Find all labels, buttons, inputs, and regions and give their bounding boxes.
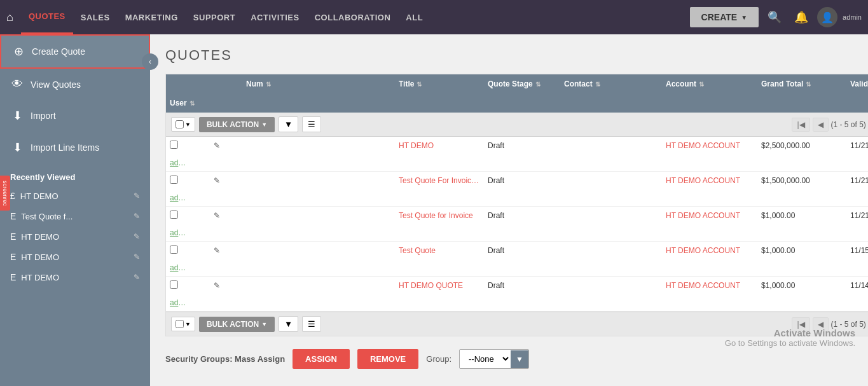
row-1-checkbox[interactable] bbox=[170, 176, 178, 184]
page-prev-top-button[interactable]: ◀ bbox=[813, 118, 829, 132]
sidebar-item-create-quote[interactable]: ⊕ Create Quote bbox=[0, 34, 150, 69]
sidebar-item-view-quotes[interactable]: 👁 View Quotes bbox=[0, 69, 150, 100]
nav-item-quotes[interactable]: QUOTES bbox=[21, 0, 73, 34]
select-all-checkbox-dropdown-bottom[interactable]: ▼ bbox=[171, 317, 195, 331]
select-all-checkbox-bottom[interactable] bbox=[176, 320, 184, 328]
row-2-quote-stage: Draft bbox=[484, 207, 560, 224]
notifications-icon[interactable]: 🔔 bbox=[790, 6, 812, 28]
rv-item-1[interactable]: E Test Quote f... ✎ bbox=[0, 206, 150, 226]
sidebar-item-import[interactable]: ⬇ Import bbox=[0, 100, 150, 132]
row-4-checkbox[interactable] bbox=[170, 280, 178, 289]
search-icon[interactable]: 🔍 bbox=[764, 6, 785, 28]
th-valid-until[interactable]: Valid Until ⇅ bbox=[846, 74, 868, 93]
row-0-user[interactable]: admin bbox=[166, 155, 191, 171]
th-grand-total[interactable]: Grand Total ⇅ bbox=[757, 74, 846, 93]
row-4-grand-total: $1,000.00 bbox=[757, 277, 846, 294]
columns-top-button[interactable]: ☰ bbox=[302, 116, 321, 132]
rv-edit-3[interactable]: ✎ bbox=[134, 252, 140, 261]
th-contact-sort-icon[interactable]: ⇅ bbox=[595, 81, 600, 88]
page-first-bottom-button[interactable]: |◀ bbox=[792, 317, 809, 331]
row-2-title[interactable]: Test Quote for Invoice bbox=[395, 207, 484, 224]
select-all-caret[interactable]: ▼ bbox=[185, 121, 191, 128]
row-0-quote-stage: Draft bbox=[484, 137, 560, 154]
select-all-checkbox[interactable] bbox=[176, 120, 184, 128]
rv-label-1: Test Quote f... bbox=[21, 212, 128, 221]
sidebar-collapse-button[interactable]: ‹ bbox=[142, 53, 158, 70]
select-all-caret-bottom[interactable]: ▼ bbox=[185, 321, 191, 327]
nav-item-marketing[interactable]: MARKETING bbox=[118, 0, 186, 34]
rv-edit-1[interactable]: ✎ bbox=[134, 212, 140, 221]
row-0-checkbox[interactable] bbox=[170, 141, 178, 149]
page-title: QUOTES bbox=[165, 47, 868, 64]
th-account-sort-icon[interactable]: ⇅ bbox=[699, 81, 704, 88]
nav-item-support[interactable]: SUPPORT bbox=[186, 0, 243, 34]
th-quote-stage-sort-icon[interactable]: ⇅ bbox=[535, 81, 541, 88]
admin-label: admin bbox=[843, 13, 862, 21]
row-3-title[interactable]: Test Quote bbox=[395, 242, 484, 259]
th-user[interactable]: User ⇅ bbox=[166, 93, 191, 113]
th-quote-stage[interactable]: Quote Stage ⇅ bbox=[484, 74, 560, 93]
row-3-checkbox[interactable] bbox=[170, 245, 178, 254]
rv-item-4[interactable]: E HT DEMO ✎ bbox=[0, 267, 150, 287]
rv-label-2: HT DEMO bbox=[21, 232, 128, 242]
rv-item-3[interactable]: E HT DEMO ✎ bbox=[0, 247, 150, 267]
row-3-user[interactable]: admin bbox=[166, 259, 191, 276]
th-title[interactable]: Title ⇅ bbox=[395, 74, 484, 93]
row-2-checkbox[interactable] bbox=[170, 210, 178, 219]
rv-edit-0[interactable]: ✎ bbox=[134, 191, 140, 200]
page-first-top-button[interactable]: |◀ bbox=[792, 118, 809, 132]
admin-menu[interactable]: 👤 admin bbox=[817, 7, 862, 27]
page-prev-bottom-button[interactable]: ◀ bbox=[813, 317, 829, 331]
row-2-edit-cell[interactable]: ✎ bbox=[191, 207, 242, 224]
th-num[interactable]: Num ⇅ bbox=[242, 74, 395, 93]
select-all-checkbox-dropdown[interactable]: ▼ bbox=[171, 117, 195, 132]
remove-button[interactable]: REMOVE bbox=[357, 349, 418, 369]
row-0-edit-cell[interactable]: ✎ bbox=[191, 137, 242, 154]
rv-item-0[interactable]: £ HT DEMO ✎ bbox=[0, 186, 150, 206]
row-2-user[interactable]: admin bbox=[166, 224, 191, 241]
bulk-action-top-button[interactable]: BULK ACTION ▼ bbox=[199, 117, 275, 132]
row-1-title[interactable]: Test Quote For Invoice Test bbox=[395, 172, 484, 189]
rv-edit-4[interactable]: ✎ bbox=[134, 273, 140, 282]
filter-bottom-button[interactable]: ▼ bbox=[279, 316, 298, 332]
create-button[interactable]: CREATE ▼ bbox=[690, 7, 759, 27]
row-2-contact bbox=[560, 212, 662, 219]
nav-item-sales[interactable]: SALES bbox=[73, 0, 118, 34]
quotes-table: Num ⇅ Title ⇅ Quote Stage ⇅ Contact ⇅ Ac… bbox=[165, 74, 868, 336]
row-4-user[interactable]: admin bbox=[166, 294, 191, 311]
th-user-sort-icon[interactable]: ⇅ bbox=[189, 100, 195, 107]
import-line-items-icon: ⬇ bbox=[10, 141, 24, 155]
nav-item-collaboration[interactable]: COLLABORATION bbox=[307, 0, 399, 34]
row-1-contact bbox=[560, 177, 662, 184]
filter-top-button[interactable]: ▼ bbox=[279, 116, 298, 132]
columns-bottom-button[interactable]: ☰ bbox=[302, 316, 321, 332]
row-4-contact bbox=[560, 282, 662, 289]
nav-item-all[interactable]: ALL bbox=[398, 0, 431, 34]
group-select[interactable]: --None bbox=[460, 350, 511, 368]
th-grand-total-sort-icon[interactable]: ⇅ bbox=[806, 81, 811, 88]
group-select-wrapper[interactable]: --None ▼ bbox=[459, 349, 529, 369]
row-2-account[interactable]: HT DEMO ACCOUNT bbox=[662, 207, 757, 224]
row-4-quote-stage: Draft bbox=[484, 277, 560, 294]
th-account[interactable]: Account ⇅ bbox=[662, 74, 757, 93]
bulk-action-bottom-button[interactable]: BULK ACTION ▼ bbox=[199, 317, 275, 332]
row-3-edit-cell[interactable]: ✎ bbox=[191, 242, 242, 259]
nav-item-activities[interactable]: ACTIVITIES bbox=[243, 0, 307, 34]
row-4-edit-cell[interactable]: ✎ bbox=[191, 277, 242, 294]
home-icon[interactable]: ⌂ bbox=[6, 11, 13, 24]
row-1-user[interactable]: admin bbox=[166, 190, 191, 206]
row-0-title[interactable]: HT DEMO bbox=[395, 137, 484, 154]
th-title-sort-icon[interactable]: ⇅ bbox=[417, 81, 422, 88]
row-3-account[interactable]: HT DEMO ACCOUNT bbox=[662, 242, 757, 259]
th-num-sort-icon[interactable]: ⇅ bbox=[266, 81, 271, 88]
rv-edit-2[interactable]: ✎ bbox=[134, 232, 140, 241]
row-1-account[interactable]: HT DEMO ACCOUNT bbox=[662, 172, 757, 189]
sidebar-item-import-line-items[interactable]: ⬇ Import Line Items bbox=[0, 132, 150, 163]
row-4-account[interactable]: HT DEMO ACCOUNT bbox=[662, 277, 757, 294]
row-1-edit-cell[interactable]: ✎ bbox=[191, 172, 242, 189]
th-contact[interactable]: Contact ⇅ bbox=[560, 74, 662, 93]
row-4-title[interactable]: HT DEMO QUOTE bbox=[395, 277, 484, 294]
rv-item-2[interactable]: E HT DEMO ✎ bbox=[0, 226, 150, 247]
assign-button[interactable]: ASSIGN bbox=[293, 349, 350, 369]
row-0-account[interactable]: HT DEMO ACCOUNT bbox=[662, 137, 757, 154]
